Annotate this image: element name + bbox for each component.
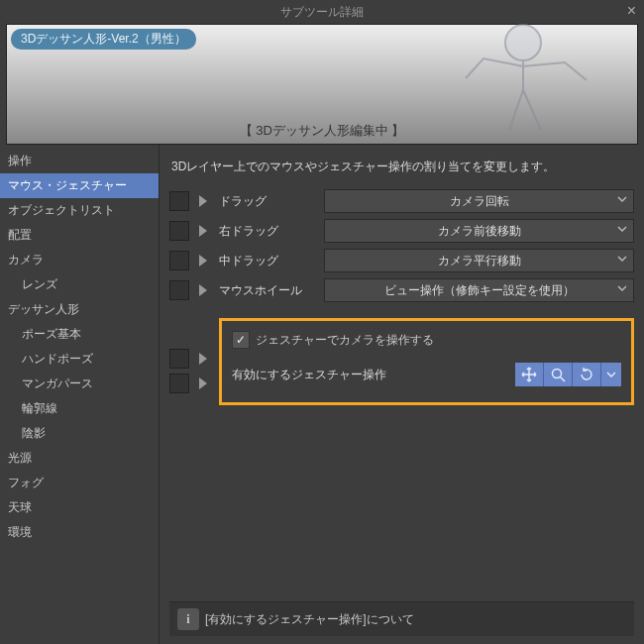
sidebar-item-4[interactable]: カメラ (0, 248, 159, 272)
setting-label: 中ドラッグ (219, 253, 318, 269)
toggle-box[interactable] (169, 221, 189, 241)
info-text: [有効にするジェスチャー操作]について (205, 611, 414, 628)
chevron-down-icon (617, 283, 627, 293)
gesture-prefix-row: ✓ ジェスチャーでカメラを操作する 有効にするジェスチャー操作 (169, 312, 634, 405)
preview-pane: 3Dデッサン人形-Ver.2（男性） 【 3Dデッサン人形編集中 】 (6, 24, 638, 145)
setting-select[interactable]: カメラ平行移動 (324, 249, 634, 272)
rotate-icon[interactable] (573, 363, 601, 386)
play-icon[interactable] (199, 284, 207, 296)
gesture-checkbox-label: ジェスチャーでカメラを操作する (256, 332, 434, 349)
sidebar-item-1[interactable]: マウス・ジェスチャー (0, 173, 159, 198)
svg-point-0 (505, 25, 541, 60)
play-icon[interactable] (199, 377, 207, 389)
move-icon[interactable] (515, 363, 544, 386)
setting-value: ビュー操作（修飾キー設定を使用） (384, 282, 575, 299)
checkbox[interactable]: ✓ (232, 331, 250, 349)
highlight-box: ✓ ジェスチャーでカメラを操作する 有効にするジェスチャー操作 (219, 318, 634, 405)
play-icon[interactable] (199, 195, 207, 207)
close-icon[interactable]: × (627, 2, 636, 20)
chevron-down-icon (617, 254, 627, 264)
sidebar-item-15[interactable]: 環境 (0, 520, 159, 545)
sidebar-item-14[interactable]: 天球 (0, 495, 159, 520)
sidebar-item-0[interactable]: 操作 (0, 149, 159, 173)
play-icon[interactable] (199, 353, 207, 365)
setting-select[interactable]: ビュー操作（修飾キー設定を使用） (324, 278, 634, 302)
toggle-box[interactable] (169, 349, 189, 369)
toggle-box[interactable] (169, 191, 189, 211)
gesture-checkbox-row: ✓ ジェスチャーでカメラを操作する (232, 331, 621, 349)
setting-value: カメラ前後移動 (438, 223, 521, 240)
sidebar-item-9[interactable]: マンガパース (0, 372, 159, 396)
info-icon: i (177, 608, 199, 630)
gesture-icon-buttons (515, 363, 621, 386)
main-panel: 3Dレイヤー上でのマウスやジェスチャー操作の割り当てを変更します。 ドラッグカメ… (160, 145, 644, 644)
sidebar-item-7[interactable]: ポーズ基本 (0, 322, 159, 347)
setting-value: カメラ平行移動 (438, 253, 521, 269)
setting-label: ドラッグ (219, 193, 318, 210)
setting-value: カメラ回転 (450, 193, 509, 210)
window-title: サブツール詳細 (280, 4, 364, 21)
toggle-box[interactable] (169, 251, 189, 270)
setting-row-2: 中ドラッグカメラ平行移動 (169, 249, 634, 272)
sidebar-item-12[interactable]: 光源 (0, 446, 159, 471)
sidebar-item-2[interactable]: オブジェクトリスト (0, 198, 159, 223)
sidebar-item-5[interactable]: レンズ (0, 272, 159, 297)
setting-row-1: 右ドラッグカメラ前後移動 (169, 219, 634, 243)
play-icon[interactable] (199, 255, 207, 267)
sidebar-item-13[interactable]: フォグ (0, 471, 159, 495)
svg-point-1 (553, 370, 562, 378)
gesture-prefix-row-2 (169, 374, 209, 393)
mannequin-preview (429, 15, 607, 144)
zoom-icon[interactable] (544, 363, 573, 386)
enable-gesture-label: 有効にするジェスチャー操作 (232, 367, 386, 383)
toggle-box[interactable] (169, 280, 189, 300)
sidebar-item-11[interactable]: 陰影 (0, 421, 159, 446)
info-bar: i [有効にするジェスチャー操作]について (169, 601, 634, 636)
subtool-chip: 3Dデッサン人形-Ver.2（男性） (11, 29, 196, 50)
chevron-down-icon (617, 224, 627, 234)
sidebar: 操作マウス・ジェスチャーオブジェクトリスト配置カメラレンズデッサン人形ポーズ基本… (0, 145, 160, 644)
sidebar-item-3[interactable]: 配置 (0, 223, 159, 248)
setting-label: マウスホイール (219, 282, 318, 299)
setting-label: 右ドラッグ (219, 223, 318, 240)
sidebar-item-6[interactable]: デッサン人形 (0, 297, 159, 322)
panel-description: 3Dレイヤー上でのマウスやジェスチャー操作の割り当てを変更します。 (169, 153, 634, 185)
play-icon[interactable] (199, 225, 207, 237)
setting-row-3: マウスホイールビュー操作（修飾キー設定を使用） (169, 278, 634, 302)
sidebar-item-10[interactable]: 輪郭線 (0, 396, 159, 421)
chevron-down-icon (617, 194, 627, 204)
setting-select[interactable]: カメラ回転 (324, 189, 634, 213)
setting-row-0: ドラッグカメラ回転 (169, 189, 634, 213)
setting-select[interactable]: カメラ前後移動 (324, 219, 634, 243)
gesture-dropdown[interactable] (601, 363, 621, 386)
toggle-box[interactable] (169, 374, 189, 393)
sidebar-item-8[interactable]: ハンドポーズ (0, 347, 159, 372)
enable-gesture-row: 有効にするジェスチャー操作 (232, 363, 621, 386)
